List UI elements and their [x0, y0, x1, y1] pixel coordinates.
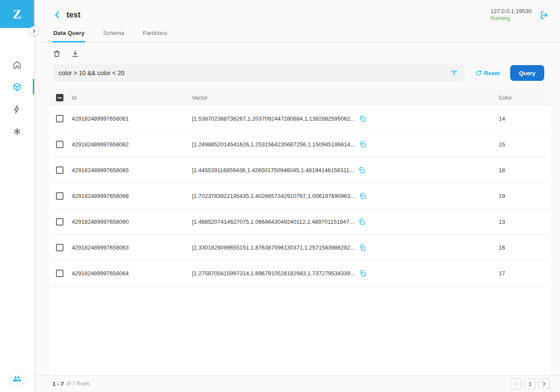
chevron-left-icon [513, 381, 519, 387]
row-id: 429182489997658066 [72, 193, 183, 199]
row-checkbox[interactable] [56, 244, 63, 251]
reset-button[interactable]: Reset [475, 69, 500, 76]
sidebar-footer [8, 370, 26, 388]
table-row[interactable]: 429182489997658062 [1.2498852014541626,1… [50, 132, 550, 157]
connection-info: 127.0.0.1:19530 Running [490, 8, 550, 22]
disconnect-button[interactable] [539, 10, 550, 20]
sidebar-item-home[interactable] [0, 53, 34, 76]
row-vector: [1.4885207414627075,1.0664643049240112,1… [192, 219, 354, 225]
row-color: 14 [494, 115, 550, 122]
row-vector: [1.2758705615997314,1.6967910528182983,1… [192, 270, 355, 277]
app-logo[interactable]: Z [0, 0, 34, 28]
copy-icon[interactable] [359, 141, 367, 148]
tab-data-query[interactable]: Data Query [52, 27, 85, 42]
query-button[interactable]: Query [510, 65, 544, 81]
row-checkbox[interactable] [56, 141, 63, 148]
next-page-button[interactable] [539, 378, 550, 389]
copy-icon[interactable] [359, 244, 367, 251]
row-vector: [1.538702368736267,1.2037092447280884,1.… [192, 115, 355, 122]
table-footer: 1 - 7 of 7 Rows 1 [34, 375, 560, 392]
back-button[interactable] [52, 10, 62, 20]
copy-icon[interactable] [359, 115, 367, 122]
row-color: 16 [494, 244, 550, 251]
row-color: 19 [494, 193, 550, 199]
row-checkbox[interactable] [56, 218, 63, 225]
query-bar: Reset Query [34, 62, 560, 86]
row-vector: [1.3301829099655151,1.876387596130371,1.… [192, 244, 355, 251]
select-all-checkbox[interactable] [56, 94, 63, 101]
results-table: Id Vector Color 429182489997658061 [1.53… [50, 90, 550, 375]
row-checkbox[interactable] [56, 167, 63, 174]
download-icon [71, 49, 80, 58]
table-row[interactable]: 429182489997658063 [1.3301829099655151,1… [50, 235, 550, 260]
delete-button[interactable] [52, 49, 61, 58]
connection-block: 127.0.0.1:19530 Running [490, 8, 532, 22]
export-button[interactable] [71, 49, 80, 58]
reset-icon [475, 69, 482, 76]
tab-bar: Data Query Schema Partitions [34, 27, 560, 42]
connection-status: Running [490, 15, 532, 22]
row-vector: [1.7023783922195435,1.4026657342910767,1… [192, 193, 355, 199]
row-vector: [1.445539116859436,1.426501750946045,1.4… [192, 167, 354, 173]
column-header-vector[interactable]: Vector [183, 95, 494, 101]
row-id: 429182489997658065 [72, 167, 183, 173]
toolbar [34, 42, 560, 62]
logout-icon [539, 10, 550, 20]
page-header: test 127.0.0.1:19530 Running [34, 0, 560, 27]
rows-range: 1 - 7 [52, 381, 64, 387]
row-id: 429182489997658063 [72, 244, 183, 251]
table-row[interactable]: 429182489997658060 [1.4885207414627075,1… [50, 209, 550, 235]
sidebar-item-system[interactable] [0, 120, 34, 142]
row-color: 18 [494, 167, 550, 173]
cube-icon [12, 82, 22, 92]
table-row[interactable]: 429182489997658061 [1.538702368736267,1.… [50, 106, 550, 132]
rows-total: of 7 Rows [66, 381, 90, 387]
copy-icon[interactable] [359, 270, 367, 277]
users-icon [13, 375, 21, 383]
table-row[interactable]: 429182489997658066 [1.7023783922195435,1… [50, 183, 550, 209]
sidebar-nav [0, 53, 34, 142]
row-color: 15 [494, 141, 550, 148]
query-expression-input[interactable] [59, 69, 445, 76]
logo-letter: Z [13, 7, 21, 21]
row-checkbox[interactable] [56, 270, 63, 277]
copy-icon[interactable] [359, 192, 367, 200]
home-icon [12, 60, 22, 69]
row-id: 429182489997658060 [72, 219, 183, 225]
lightning-icon [12, 104, 22, 114]
table-header-row: Id Vector Color [50, 90, 550, 106]
row-id: 429182489997658061 [72, 115, 183, 122]
row-color: 13 [494, 219, 550, 225]
sidebar-item-database[interactable] [0, 76, 34, 98]
chevron-left-icon [52, 10, 62, 20]
pagination: 1 [511, 378, 550, 389]
chevron-right-icon [541, 381, 547, 387]
copy-icon[interactable] [358, 218, 366, 225]
advanced-filter-button[interactable] [450, 69, 458, 77]
asterisk-icon [12, 127, 22, 136]
row-checkbox[interactable] [56, 192, 63, 200]
row-checkbox[interactable] [56, 115, 63, 122]
column-header-id[interactable]: Id [72, 95, 183, 101]
current-page[interactable]: 1 [525, 378, 536, 389]
query-input-container [52, 64, 465, 82]
row-vector: [1.2498852014541626,1.2531564235687256,1… [192, 141, 355, 148]
sidebar: Z [0, 0, 34, 392]
tab-schema[interactable]: Schema [102, 27, 125, 42]
chevron-right-icon [32, 28, 37, 34]
row-id: 429182489997658062 [72, 141, 183, 148]
sidebar-item-search[interactable] [0, 98, 34, 120]
table-row[interactable]: 429182489997658065 [1.445539116859436,1.… [50, 157, 550, 183]
page-title: test [66, 10, 80, 20]
tab-partitions[interactable]: Partitions [142, 27, 168, 42]
users-button[interactable] [8, 370, 26, 388]
row-id: 429182489997658064 [72, 270, 183, 277]
column-header-color[interactable]: Color [494, 95, 550, 101]
connection-host: 127.0.0.1:19530 [490, 8, 532, 15]
prev-page-button[interactable] [511, 378, 522, 389]
table-row[interactable]: 429182489997658064 [1.2758705615997314,1… [50, 260, 550, 286]
copy-icon[interactable] [358, 167, 366, 174]
main-area: test 127.0.0.1:19530 Running Data Query … [34, 0, 560, 392]
table-body: 429182489997658061 [1.538702368736267,1.… [50, 106, 550, 286]
sidebar-expand-toggle[interactable] [29, 26, 38, 35]
